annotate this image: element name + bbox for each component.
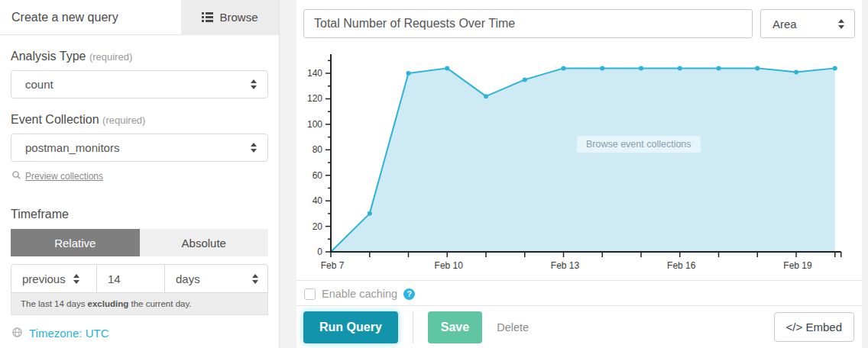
required-hint: (required) — [102, 114, 145, 126]
svg-text:Feb 16: Feb 16 — [667, 260, 696, 271]
svg-text:120: 120 — [307, 93, 322, 104]
svg-text:40: 40 — [313, 195, 323, 206]
svg-text:80: 80 — [313, 144, 323, 155]
analysis-type-select[interactable]: count — [11, 70, 268, 98]
timeframe-qualifier-select[interactable]: previous — [11, 265, 96, 292]
svg-text:60: 60 — [313, 170, 323, 181]
svg-text:100: 100 — [307, 119, 322, 130]
relative-timeframe-row: previous 14 days — [11, 264, 268, 293]
select-arrows-icon — [251, 143, 257, 153]
help-icon[interactable]: ? — [403, 288, 415, 300]
save-button[interactable]: Save — [428, 311, 482, 343]
timeframe-amount-input[interactable]: 14 — [96, 265, 164, 292]
tab-browse[interactable]: Browse — [181, 0, 279, 35]
svg-text:20: 20 — [313, 221, 323, 232]
svg-text:Feb 19: Feb 19 — [783, 260, 812, 271]
requests-chart: 020406080100120140Feb 7Feb 10Feb 13Feb 1… — [300, 44, 862, 275]
query-builder-sidebar: Create a new query Browse Analysis Type … — [0, 0, 280, 348]
enable-caching-label: Enable caching — [322, 288, 397, 300]
enable-caching-checkbox[interactable] — [304, 288, 316, 300]
chart-title-input[interactable] — [303, 9, 753, 38]
analysis-type-value: count — [25, 78, 53, 91]
sidebar-header: Create a new query Browse — [0, 0, 279, 35]
page-title: Create a new query — [0, 11, 118, 24]
svg-text:Feb 13: Feb 13 — [551, 260, 580, 271]
event-collection-value: postman_monitors — [25, 141, 119, 154]
timeframe-tabs: Relative Absolute — [11, 229, 268, 256]
chart-area: 020406080100120140Feb 7Feb 10Feb 13Feb 1… — [300, 44, 862, 275]
globe-icon — [12, 327, 22, 340]
preview-collections-link[interactable]: Preview collections — [11, 171, 268, 182]
tab-relative[interactable]: Relative — [11, 229, 140, 256]
svg-text:140: 140 — [307, 68, 322, 79]
tab-browse-label: Browse — [219, 11, 257, 24]
actions-row: Run Query Save Delete </> Embed — [296, 305, 862, 348]
vertical-divider — [413, 311, 413, 343]
timezone-label: Timezone: UTC — [29, 327, 108, 340]
browse-event-collections-button[interactable]: Browse event collections — [577, 136, 701, 153]
timeframe-description: The last 14 days excluding the current d… — [11, 293, 268, 315]
embed-button[interactable]: </> Embed — [774, 312, 854, 342]
run-query-button[interactable]: Run Query — [303, 311, 398, 343]
timeframe-unit-select[interactable]: days — [164, 265, 267, 292]
event-collection-label: Event Collection (required) — [11, 113, 268, 127]
chart-type-select[interactable]: Area — [760, 9, 855, 38]
svg-text:0: 0 — [317, 246, 322, 257]
select-arrows-icon — [73, 274, 79, 284]
timeframe-amount-value: 14 — [108, 272, 121, 285]
caching-row: Enable caching ? — [296, 280, 862, 307]
timezone-link[interactable]: Timezone: UTC — [11, 327, 268, 340]
required-hint: (required) — [89, 51, 132, 63]
timeframe-label: Timeframe — [11, 208, 268, 221]
delete-link[interactable]: Delete — [497, 321, 529, 334]
chart-type-value: Area — [772, 18, 797, 31]
svg-text:Feb 7: Feb 7 — [321, 260, 345, 271]
select-arrows-icon — [251, 79, 257, 89]
select-arrows-icon — [252, 274, 258, 284]
event-collection-select[interactable]: postman_monitors — [11, 134, 268, 162]
select-arrows-icon — [838, 19, 844, 29]
list-icon — [202, 12, 213, 22]
svg-text:Feb 10: Feb 10 — [435, 260, 464, 271]
timeframe-unit-value: days — [176, 272, 200, 285]
analysis-type-label: Analysis Type (required) — [11, 50, 268, 63]
query-result-panel: Area 020406080100120140Feb 7Feb 10Feb 13… — [296, 0, 862, 348]
timeframe-qualifier-value: previous — [22, 272, 66, 285]
chart-header: Area — [296, 0, 862, 38]
search-icon — [12, 171, 21, 182]
tab-absolute[interactable]: Absolute — [140, 229, 269, 256]
preview-collections-label: Preview collections — [25, 171, 103, 182]
